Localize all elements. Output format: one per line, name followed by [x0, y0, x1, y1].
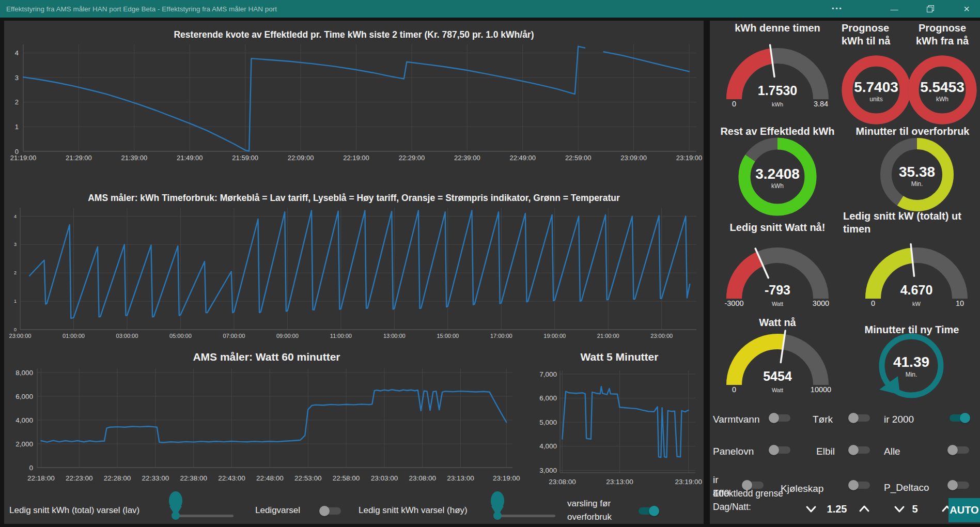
y-tick-label: 1	[15, 123, 19, 131]
x-tick-label: 23:19:00	[493, 474, 520, 482]
slider-low[interactable]	[165, 492, 238, 522]
ring-unit: Min.	[906, 371, 917, 378]
slider-high[interactable]	[487, 492, 559, 522]
y-tick-label: 4,000	[15, 416, 33, 424]
gauge-kwh-hour-title: kWh denne timen	[710, 22, 845, 35]
gauge-unit: Watt	[772, 301, 783, 307]
toggle-varmtvann[interactable]	[769, 411, 792, 425]
grense-day-increase-button[interactable]	[858, 502, 871, 516]
toggle-p-deltaco[interactable]	[947, 478, 971, 492]
toggle-knob	[769, 413, 779, 423]
slider-high-label: Ledig snitt kWh varsel (høy)	[359, 503, 468, 518]
y-tick-label: 2,000	[15, 440, 33, 448]
more-options-icon[interactable]: •••	[827, 0, 848, 18]
grense-day-decrease-button[interactable]	[804, 502, 818, 516]
slider-knob	[172, 512, 180, 520]
x-tick-label: 21:39:00	[121, 154, 148, 162]
gauge-max-label: 10000	[811, 385, 831, 394]
window-title: Effektstyring fra AMS måler HAN port Edg…	[0, 5, 277, 13]
gauge-min-label: 0	[871, 299, 875, 307]
x-tick-label: 23:13:00	[447, 474, 474, 482]
toggle-knob	[848, 445, 859, 455]
donut-overuse-title: Minutter til overforbruk	[845, 125, 980, 138]
y-tick-label: 4,000	[539, 442, 557, 450]
toggle-elbil[interactable]	[848, 443, 872, 457]
donut-unit: kWh	[771, 182, 784, 190]
grense-label: Effektledd grense Dag/Natt:	[713, 487, 801, 514]
x-tick-label: 22:18:00	[27, 474, 55, 482]
gauge-max-label: 10	[956, 299, 964, 307]
auto-button[interactable]: AUTO	[948, 498, 980, 522]
donut-value: 3.2408	[755, 166, 800, 182]
varsling-toggle[interactable]	[636, 504, 660, 518]
gauge-min-label: 0	[732, 385, 736, 394]
y-tick-label: 1	[14, 299, 17, 304]
x-tick-label: 22:49:00	[509, 154, 536, 162]
toggle-kj-leskap[interactable]	[848, 478, 872, 492]
ledigvarsel-label: Ledigvarsel	[255, 503, 300, 518]
restore-icon	[927, 5, 934, 12]
x-tick-label: 21:00:00	[597, 333, 619, 339]
x-tick-label: 21:19:00	[10, 154, 37, 162]
series-line	[604, 52, 689, 71]
gauge-kwh-hour: 1.7530kWh03.84	[718, 38, 837, 110]
minimize-button[interactable]: —	[884, 0, 905, 18]
x-tick-label: 22:53:00	[294, 474, 322, 482]
slider-low-label: Ledig snitt kWh (total) varsel (lav)	[9, 503, 139, 518]
toggle-knob	[960, 413, 970, 423]
x-tick-label: 11:00:00	[330, 333, 352, 339]
gauge-watt-now: 5454Watt010000	[718, 324, 837, 395]
donut-value: 5.7403	[854, 79, 898, 95]
x-tick-label: 19:00:00	[543, 333, 566, 339]
toggle-knob	[947, 445, 958, 455]
donut-unit: Min.	[911, 180, 923, 188]
chart-watt60: 22:18:0022:23:0022:28:0022:33:0022:38:00…	[5, 364, 528, 491]
toggle-label-t-rk: Tørk	[813, 412, 833, 427]
donut-prognose-from: 5.5453kWh	[908, 55, 977, 125]
toggle-label-ir-2000: ir 2000	[884, 412, 914, 427]
y-tick-label: 4	[15, 49, 19, 57]
toggle-label-elbil: Elbil	[816, 444, 835, 459]
toggle-alle[interactable]	[947, 443, 971, 457]
gauge-value: 1.7530	[758, 83, 797, 98]
x-tick-label: 22:33:00	[142, 474, 169, 482]
y-tick-label: 2	[15, 98, 19, 106]
slider-track	[173, 515, 234, 517]
ledigvarsel-toggle[interactable]	[319, 504, 343, 518]
x-tick-label: 22:09:00	[288, 154, 314, 162]
gauge-value: 4.670	[900, 283, 933, 297]
gauge-unit: kW	[912, 301, 921, 307]
toggle-label-varmtvann: Varmtvann	[713, 412, 759, 427]
donut-prognose-from-title: Prognose kWh fra nå	[908, 22, 977, 48]
x-tick-label: 22:58:00	[333, 474, 360, 482]
gauge-unit: kWh	[772, 101, 783, 107]
close-button[interactable]: ×	[956, 0, 977, 18]
x-tick-label: 22:39:00	[454, 154, 480, 162]
x-tick-label: 23:19:00	[676, 154, 703, 162]
series-line	[29, 211, 690, 319]
x-tick-label: 09:00:00	[276, 333, 299, 339]
donut-prognose-now: 5.7403units	[842, 55, 911, 125]
y-tick-label: 6,000	[15, 393, 33, 400]
chart-title-hourly: AMS måler: kWh Timeforbruk: Mørkeblå = L…	[4, 191, 704, 205]
y-tick-label: 2	[14, 270, 17, 275]
gauge-max-label: 3000	[813, 299, 829, 307]
x-tick-label: 23:13:00	[606, 478, 633, 486]
y-tick-label: 0	[29, 464, 33, 472]
x-tick-label: 13:00:00	[383, 333, 406, 339]
x-tick-label: 21:29:00	[66, 154, 92, 162]
restore-button[interactable]	[920, 0, 941, 18]
chart-title-watt5: Watt 5 Minutter	[536, 350, 703, 364]
series-line	[41, 390, 506, 442]
toggle-ir-2000[interactable]	[947, 411, 971, 425]
toggle-t-rk[interactable]	[848, 411, 872, 425]
charts-panel: Resterende kvote av Effektledd pr. Time …	[4, 21, 704, 524]
varsling-label: varsling før overforbruk	[567, 497, 635, 524]
x-tick-label: 21:49:00	[177, 154, 203, 162]
x-tick-label: 07:00:00	[223, 333, 245, 339]
app-window: Effektstyring fra AMS måler HAN port Edg…	[0, 0, 980, 527]
chevron-down-icon	[804, 502, 818, 516]
donut-value: 35.38	[899, 164, 935, 180]
toggle-label-p-deltaco: P_Deltaco	[884, 481, 929, 495]
toggle-panelovn[interactable]	[769, 443, 792, 457]
